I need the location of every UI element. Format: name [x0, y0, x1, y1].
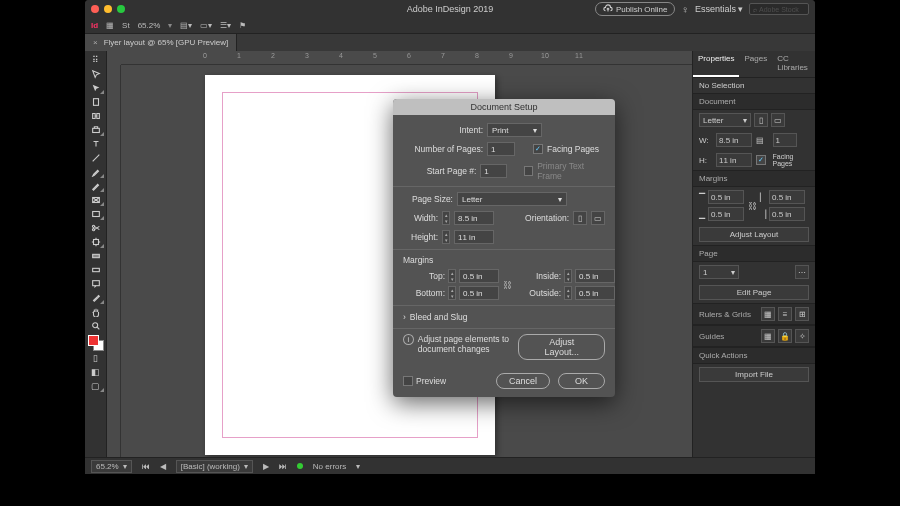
orientation-landscape-icon[interactable]: ▭: [591, 211, 605, 225]
m-outside-stepper[interactable]: ▴▾: [564, 286, 572, 300]
primary-text-frame-checkbox[interactable]: [524, 166, 533, 176]
type-tool[interactable]: [87, 137, 105, 151]
width-stepper[interactable]: ▴▾: [442, 211, 450, 225]
link-margins-icon[interactable]: ⛓: [747, 201, 757, 211]
view-options-icon[interactable]: ▤▾: [180, 21, 192, 30]
tab-cc-libraries[interactable]: CC Libraries: [772, 51, 815, 77]
screen-mode-icon[interactable]: ▭▾: [200, 21, 212, 30]
gpu-icon[interactable]: ⚑: [239, 21, 246, 30]
page-nav-first-icon[interactable]: ⏮: [142, 462, 150, 471]
lock-guides-icon[interactable]: 🔒: [778, 329, 792, 343]
scissors-tool[interactable]: [87, 221, 105, 235]
page-number-select[interactable]: 1▾: [699, 265, 739, 279]
cancel-button[interactable]: Cancel: [496, 373, 550, 389]
ok-button[interactable]: OK: [558, 373, 605, 389]
orientation-landscape-icon[interactable]: ▭: [771, 113, 785, 127]
document-grid-icon[interactable]: ⊞: [795, 307, 809, 321]
m-outside-input[interactable]: 0.5 in: [575, 286, 615, 300]
m-bottom-input[interactable]: 0.5 in: [459, 286, 499, 300]
zoom-level[interactable]: 65.2%: [138, 21, 161, 30]
height-input[interactable]: 11 in: [716, 153, 752, 167]
pencil-tool[interactable]: [87, 179, 105, 193]
free-transform-tool[interactable]: [87, 235, 105, 249]
direct-selection-tool[interactable]: [87, 81, 105, 95]
content-collector-tool[interactable]: [87, 123, 105, 137]
close-tab-icon[interactable]: ×: [93, 38, 98, 47]
workspace-switcher[interactable]: Essentials ▾: [695, 4, 743, 14]
zoom-tool[interactable]: [87, 319, 105, 333]
selection-tool[interactable]: [87, 67, 105, 81]
margin-right-input[interactable]: 0.5 in: [769, 207, 805, 221]
document-tab[interactable]: × Flyer layout @ 65% [GPU Preview]: [85, 34, 237, 51]
m-top-input[interactable]: 0.5 in: [459, 269, 499, 283]
intent-select[interactable]: Print▾: [487, 123, 542, 137]
fill-swatch[interactable]: [88, 335, 99, 346]
pen-tool[interactable]: [87, 165, 105, 179]
stock-icon[interactable]: St: [122, 21, 130, 30]
m-inside-stepper[interactable]: ▴▾: [564, 269, 572, 283]
bridge-icon[interactable]: ▦: [106, 21, 114, 30]
adjust-layout-button[interactable]: Adjust Layout...: [518, 334, 605, 360]
eyedropper-tool[interactable]: [87, 291, 105, 305]
height-stepper[interactable]: ▴▾: [442, 230, 450, 244]
gradient-feather-tool[interactable]: [87, 263, 105, 277]
note-tool[interactable]: [87, 277, 105, 291]
page-nav-last-icon[interactable]: ⏭: [279, 462, 287, 471]
adjust-layout-button[interactable]: Adjust Layout: [699, 227, 809, 242]
page-size-select[interactable]: Letter▾: [457, 192, 567, 206]
preview-checkbox[interactable]: [403, 376, 413, 386]
tab-pages[interactable]: Pages: [739, 51, 772, 77]
start-page-input[interactable]: 1: [480, 164, 506, 178]
page-options-icon[interactable]: ⋯: [795, 265, 809, 279]
zoom-window[interactable]: [117, 5, 125, 13]
line-tool[interactable]: [87, 151, 105, 165]
edit-page-button[interactable]: Edit Page: [699, 285, 809, 300]
orientation-portrait-icon[interactable]: ▯: [573, 211, 587, 225]
pages-input[interactable]: 1: [773, 133, 797, 147]
search-input[interactable]: ⌕ Adobe Stock: [749, 3, 809, 15]
margin-bottom-input[interactable]: 0.5 in: [708, 207, 744, 221]
rulers-icon[interactable]: ▦: [761, 307, 775, 321]
ruler-horizontal[interactable]: 01234567891011: [121, 51, 692, 65]
lightbulb-icon[interactable]: ♀: [681, 4, 689, 15]
status-zoom[interactable]: 65.2%▾: [91, 460, 132, 473]
import-file-button[interactable]: Import File: [699, 367, 809, 382]
m-inside-input[interactable]: 0.5 in: [575, 269, 615, 283]
margin-left-input[interactable]: 0.5 in: [769, 190, 805, 204]
show-guides-icon[interactable]: ▦: [761, 329, 775, 343]
gradient-swatch-tool[interactable]: [87, 249, 105, 263]
orientation-portrait-icon[interactable]: ▯: [754, 113, 768, 127]
m-top-stepper[interactable]: ▴▾: [448, 269, 456, 283]
link-margins-icon[interactable]: ⛓: [502, 280, 512, 290]
page-preset-select[interactable]: Letter▾: [699, 113, 751, 127]
smart-guides-icon[interactable]: ✧: [795, 329, 809, 343]
height-input[interactable]: 11 in: [454, 230, 494, 244]
gap-tool[interactable]: [87, 109, 105, 123]
page-nav-next-icon[interactable]: ▶: [263, 462, 269, 471]
facing-pages-checkbox[interactable]: ✓: [756, 155, 766, 165]
status-view-mode[interactable]: [Basic] (working)▾: [176, 460, 253, 473]
hand-tool[interactable]: [87, 305, 105, 319]
page-tool[interactable]: [87, 95, 105, 109]
page-nav-prev-icon[interactable]: ◀: [160, 462, 166, 471]
toolstrip-grip[interactable]: ⠿: [87, 53, 105, 67]
bleed-slug-disclosure[interactable]: › Bleed and Slug: [403, 312, 605, 322]
fill-stroke-swatch[interactable]: [88, 335, 104, 351]
rectangle-tool[interactable]: [87, 207, 105, 221]
width-input[interactable]: 8.5 in: [716, 133, 752, 147]
width-input[interactable]: 8.5 in: [454, 211, 494, 225]
baseline-grid-icon[interactable]: ≡: [778, 307, 792, 321]
screen-mode-tool[interactable]: ▢: [87, 379, 105, 393]
facing-pages-checkbox[interactable]: ✓: [533, 144, 543, 154]
apply-color-icon[interactable]: ◧: [87, 365, 105, 379]
arrange-icon[interactable]: ☰▾: [220, 21, 231, 30]
rectangle-frame-tool[interactable]: [87, 193, 105, 207]
ruler-vertical[interactable]: [107, 65, 121, 457]
publish-online-button[interactable]: Publish Online: [595, 2, 676, 16]
minimize-window[interactable]: [104, 5, 112, 13]
preflight-status[interactable]: No errors: [313, 462, 346, 471]
margin-top-input[interactable]: 0.5 in: [708, 190, 744, 204]
num-pages-input[interactable]: 1: [487, 142, 515, 156]
formatting-container-icon[interactable]: ▯: [87, 351, 105, 365]
close-window[interactable]: [91, 5, 99, 13]
